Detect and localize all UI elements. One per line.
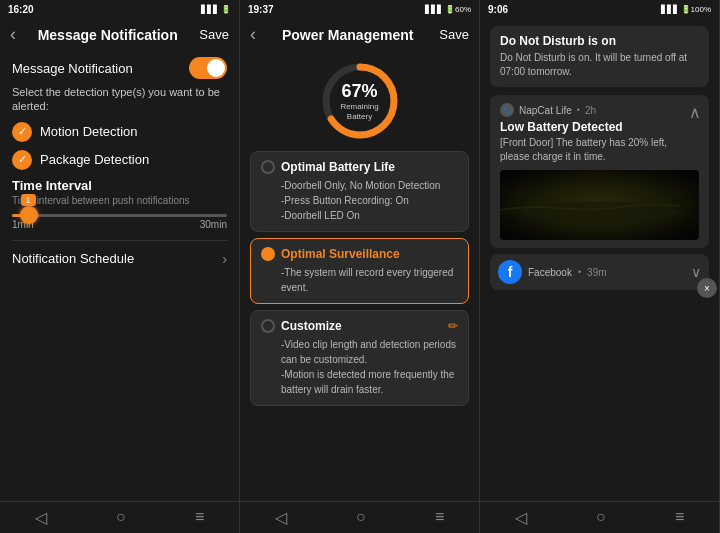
detection-item-motion[interactable]: ✓ Motion Detection bbox=[12, 122, 227, 142]
page-title-p1: Message Notification bbox=[16, 27, 199, 43]
battery-icon-p3: 🔋100% bbox=[681, 5, 711, 14]
napcat-dot: • bbox=[577, 105, 580, 115]
p1-content: Message Notification Select the detectio… bbox=[0, 49, 239, 501]
message-notification-toggle[interactable] bbox=[189, 57, 227, 79]
toggle-label: Message Notification bbox=[12, 61, 133, 76]
notif-title-napcat: Low Battery Detected bbox=[500, 120, 699, 134]
page-title-p2: Power Management bbox=[256, 27, 439, 43]
battery-circle: 67% RemainingBattery bbox=[320, 61, 400, 141]
customize-line-2: -Motion is detected more frequently the … bbox=[281, 367, 458, 397]
panel-message-notification: 16:20 ▋▋▋ 🔋 ‹ Message Notification Save … bbox=[0, 0, 240, 533]
bottom-nav-p2: ◁ ○ ≡ bbox=[240, 501, 479, 533]
fb-expand-icon[interactable]: ∨ bbox=[691, 264, 701, 280]
package-detection-label: Package Detection bbox=[40, 152, 149, 167]
fb-dot: • bbox=[578, 267, 581, 277]
toggle-row: Message Notification bbox=[12, 57, 227, 79]
radio-customize[interactable] bbox=[261, 319, 275, 333]
facebook-icon: f bbox=[498, 260, 522, 284]
detection-item-package[interactable]: ✓ Package Detection bbox=[12, 150, 227, 170]
notif-item-facebook[interactable]: f Facebook • 39m ∨ × bbox=[490, 254, 709, 290]
option-card-battery-life[interactable]: Optimal Battery Life -Doorbell Only, No … bbox=[250, 151, 469, 232]
back-nav-icon-p2[interactable]: ◁ bbox=[275, 508, 287, 527]
bottom-nav-p1: ◁ ○ ≡ bbox=[0, 501, 239, 533]
time-interval-title: Time Interval bbox=[12, 178, 227, 193]
battery-text: 67% RemainingBattery bbox=[340, 81, 378, 121]
option-title-customize: Customize bbox=[281, 319, 342, 333]
p2-content: 67% RemainingBattery Optimal Battery Lif… bbox=[240, 49, 479, 501]
back-nav-icon-p3[interactable]: ◁ bbox=[515, 508, 527, 527]
menu-nav-icon-p1[interactable]: ≡ bbox=[195, 508, 204, 527]
status-bar-p3: 9:06 ▋▋▋ 🔋100% bbox=[480, 0, 719, 18]
radio-battery-life[interactable] bbox=[261, 160, 275, 174]
option-surveillance-line-1: -The system will record every triggered … bbox=[281, 265, 458, 295]
radio-surveillance[interactable] bbox=[261, 247, 275, 261]
notification-schedule-chevron-icon: › bbox=[222, 251, 227, 267]
save-button-p1[interactable]: Save bbox=[199, 27, 229, 42]
notif-item-napcat[interactable]: 🐾 NapCat Life • 2h ∧ Low Battery Detecte… bbox=[490, 95, 709, 248]
p3-content: Do Not Disturb is on Do Not Disturb is o… bbox=[480, 18, 719, 501]
slider-thumb[interactable] bbox=[20, 206, 38, 224]
option-header-surveillance: Optimal Surveillance bbox=[261, 247, 458, 261]
napcat-source-icon: 🐾 bbox=[500, 103, 514, 117]
edit-icon[interactable]: ✏ bbox=[448, 319, 458, 333]
option-title-surveillance: Optimal Surveillance bbox=[281, 247, 400, 261]
status-bar-p2: 19:37 ▋▋▋ 🔋60% bbox=[240, 0, 479, 18]
notif-image-canvas bbox=[500, 170, 699, 240]
fb-time: 39m bbox=[587, 267, 606, 278]
notification-schedule-row[interactable]: Notification Schedule › bbox=[12, 240, 227, 277]
option-title-battery: Optimal Battery Life bbox=[281, 160, 395, 174]
signal-icon-p3: ▋▋▋ bbox=[661, 5, 679, 14]
home-nav-icon-p1[interactable]: ○ bbox=[116, 508, 126, 527]
back-nav-icon-p1[interactable]: ◁ bbox=[35, 508, 47, 527]
time-interval-desc: Time interval between push notifications bbox=[12, 195, 227, 206]
notif-image-napcat bbox=[500, 170, 699, 240]
bottom-nav-p3: ◁ ○ ≡ bbox=[480, 501, 719, 533]
status-icons-p2: ▋▋▋ 🔋60% bbox=[425, 5, 471, 14]
napcat-source-label: NapCat Life bbox=[519, 105, 572, 116]
time-interval-section: Time Interval Time interval between push… bbox=[12, 178, 227, 230]
close-button[interactable]: × bbox=[697, 278, 717, 298]
slider-max-label: 30min bbox=[200, 219, 227, 230]
menu-nav-icon-p2[interactable]: ≡ bbox=[435, 508, 444, 527]
option-card-surveillance[interactable]: Optimal Surveillance -The system will re… bbox=[250, 238, 469, 304]
save-button-p2[interactable]: Save bbox=[439, 27, 469, 42]
time-p1: 16:20 bbox=[8, 4, 34, 15]
signal-icon-p1: ▋▋▋ bbox=[201, 5, 219, 14]
time-p3: 9:06 bbox=[488, 4, 508, 15]
option-header-battery: Optimal Battery Life bbox=[261, 160, 458, 174]
dnd-title: Do Not Disturb is on bbox=[500, 34, 699, 48]
expand-icon-napcat[interactable]: ∧ bbox=[689, 103, 701, 122]
option-body-customize: -Video clip length and detection periods… bbox=[261, 337, 458, 397]
option-header-customize: Customize ✏ bbox=[261, 319, 458, 333]
option-line-3: -Doorbell LED On bbox=[281, 208, 458, 223]
notif-image-svg bbox=[500, 170, 699, 240]
slider-labels: 1min 30min bbox=[12, 219, 227, 230]
option-line-1: -Doorbell Only, No Motion Detection bbox=[281, 178, 458, 193]
customize-line-1: -Video clip length and detection periods… bbox=[281, 337, 458, 367]
dnd-desc: Do Not Disturb is on. It will be turned … bbox=[500, 51, 699, 79]
notif-body-napcat: [Front Door] The battery has 20% left, p… bbox=[500, 136, 699, 164]
time-p2: 19:37 bbox=[248, 4, 274, 15]
napcat-time: 2h bbox=[585, 105, 596, 116]
motion-detection-label: Motion Detection bbox=[40, 124, 138, 139]
notif-meta-napcat: 🐾 NapCat Life • 2h bbox=[500, 103, 699, 117]
battery-percentage: 67% bbox=[340, 81, 378, 102]
dnd-card: Do Not Disturb is on Do Not Disturb is o… bbox=[490, 26, 709, 87]
status-icons-p1: ▋▋▋ 🔋 bbox=[201, 5, 231, 14]
panel-power-management: 19:37 ▋▋▋ 🔋60% ‹ Power Management Save 6… bbox=[240, 0, 480, 533]
home-nav-icon-p2[interactable]: ○ bbox=[356, 508, 366, 527]
time-interval-slider-container: 1 1min 30min bbox=[12, 214, 227, 230]
home-nav-icon-p3[interactable]: ○ bbox=[596, 508, 606, 527]
package-check-icon: ✓ bbox=[12, 150, 32, 170]
panel-notifications: 9:06 ▋▋▋ 🔋100% Do Not Disturb is on Do N… bbox=[480, 0, 720, 533]
motion-check-icon: ✓ bbox=[12, 122, 32, 142]
fb-source-label: Facebook bbox=[528, 267, 572, 278]
top-nav-p1: ‹ Message Notification Save bbox=[0, 18, 239, 49]
battery-icon-p2: 🔋60% bbox=[445, 5, 471, 14]
option-body-battery: -Doorbell Only, No Motion Detection -Pre… bbox=[261, 178, 458, 223]
option-card-customize[interactable]: Customize ✏ -Video clip length and detec… bbox=[250, 310, 469, 406]
battery-subtitle: RemainingBattery bbox=[340, 102, 378, 121]
slider-track bbox=[12, 214, 227, 217]
menu-nav-icon-p3[interactable]: ≡ bbox=[675, 508, 684, 527]
slider-bubble: 1 bbox=[21, 194, 36, 206]
